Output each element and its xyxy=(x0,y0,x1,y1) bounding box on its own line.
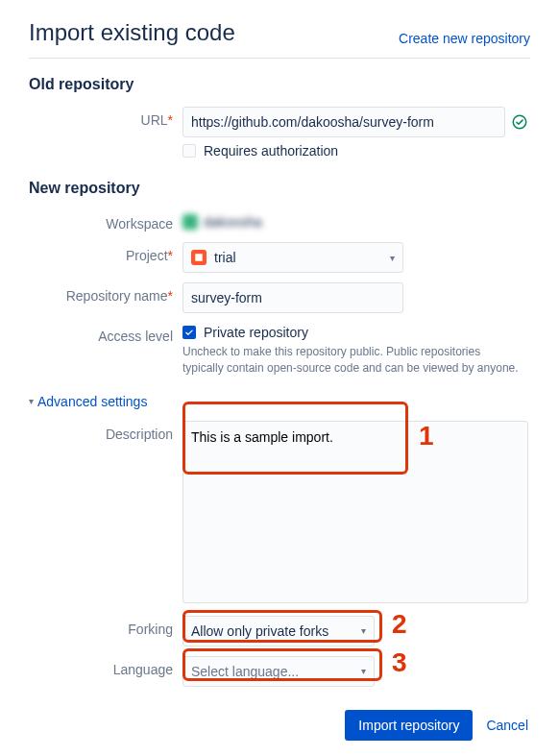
old-repo-section-title: Old repository xyxy=(29,76,530,93)
language-label: Language xyxy=(29,656,182,677)
new-repo-section-title: New repository xyxy=(29,180,530,197)
private-repo-help: Uncheck to make this repository public. … xyxy=(182,344,519,377)
callout-number-3: 3 xyxy=(392,647,407,678)
access-level-label: Access level xyxy=(29,323,182,344)
project-label: Project* xyxy=(29,242,182,263)
private-repo-checkbox[interactable] xyxy=(182,326,196,339)
chevron-down-icon: ▾ xyxy=(390,253,395,263)
workspace-label: Workspace xyxy=(29,210,182,232)
svg-point-0 xyxy=(513,115,526,129)
forking-label: Forking xyxy=(29,616,182,637)
project-icon xyxy=(191,250,207,265)
project-value: trial xyxy=(214,250,236,265)
description-textarea[interactable] xyxy=(182,421,528,603)
chevron-down-icon: ▾ xyxy=(29,396,34,406)
workspace-value: dakoosha xyxy=(182,210,262,230)
chevron-down-icon: ▾ xyxy=(361,666,366,676)
create-new-repo-link[interactable]: Create new repository xyxy=(399,31,530,46)
forking-value: Allow only private forks xyxy=(191,623,328,639)
requires-auth-checkbox[interactable] xyxy=(182,144,196,158)
chevron-down-icon: ▾ xyxy=(361,625,366,636)
description-label: Description xyxy=(29,421,182,442)
url-label: URL* xyxy=(29,107,182,128)
svg-rect-1 xyxy=(195,254,203,261)
cancel-link[interactable]: Cancel xyxy=(486,718,528,733)
project-select[interactable]: trial ▾ xyxy=(182,242,403,273)
repo-name-input[interactable] xyxy=(182,282,403,313)
callout-number-2: 2 xyxy=(392,609,407,640)
workspace-avatar-icon xyxy=(182,214,198,230)
repo-name-label: Repository name* xyxy=(29,282,182,304)
callout-number-1: 1 xyxy=(419,421,434,451)
advanced-settings-toggle[interactable]: ▾ Advanced settings xyxy=(29,394,147,409)
language-placeholder: Select language... xyxy=(191,664,299,679)
requires-auth-label: Requires authorization xyxy=(204,143,338,159)
url-input[interactable] xyxy=(182,107,505,137)
page-title: Import existing code xyxy=(29,19,235,46)
language-select[interactable]: Select language... ▾ xyxy=(182,656,375,687)
check-circle-icon xyxy=(511,113,528,131)
forking-select[interactable]: Allow only private forks ▾ xyxy=(182,616,375,646)
private-repo-label: Private repository xyxy=(204,325,308,340)
import-repository-button[interactable]: Import repository xyxy=(345,710,473,741)
